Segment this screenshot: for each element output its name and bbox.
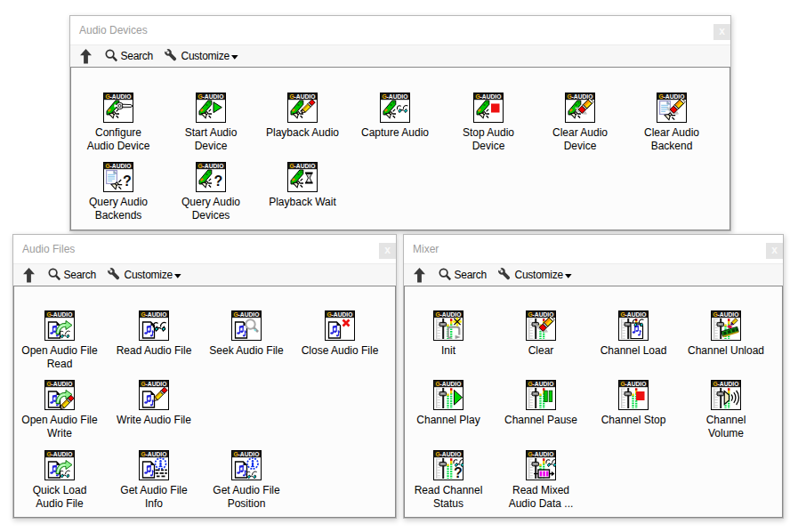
svg-text:G-AUDIO: G-AUDIO — [105, 93, 132, 100]
svg-text:G-AUDIO: G-AUDIO — [713, 381, 739, 387]
svg-text:G-AUDIO: G-AUDIO — [382, 93, 408, 100]
svg-text:G-AUDIO: G-AUDIO — [105, 163, 132, 169]
svg-text:G-AUDIO: G-AUDIO — [46, 451, 73, 457]
svg-text:?: ? — [123, 173, 132, 189]
svg-text:G-AUDIO: G-AUDIO — [141, 311, 167, 318]
svg-text:G-AUDIO: G-AUDIO — [713, 311, 739, 318]
svg-text:G-AUDIO: G-AUDIO — [46, 311, 73, 318]
svg-text:G-AUDIO: G-AUDIO — [326, 311, 353, 318]
svg-text:G-AUDIO: G-AUDIO — [289, 93, 316, 100]
svg-text:G-AUDIO: G-AUDIO — [528, 381, 554, 387]
svg-text:G-AUDIO: G-AUDIO — [289, 163, 316, 169]
svg-text:G-AUDIO: G-AUDIO — [233, 311, 260, 318]
svg-text:G-AUDIO: G-AUDIO — [528, 451, 554, 457]
svg-text:G-AUDIO: G-AUDIO — [233, 451, 260, 457]
svg-text:G-AUDIO: G-AUDIO — [197, 93, 224, 100]
svg-text:G-AUDIO: G-AUDIO — [475, 93, 502, 100]
svg-text:?: ? — [214, 173, 223, 189]
svg-text:G-AUDIO: G-AUDIO — [141, 451, 167, 457]
svg-text:G-AUDIO: G-AUDIO — [435, 451, 462, 457]
svg-text:G-AUDIO: G-AUDIO — [435, 381, 462, 387]
svg-text:G-AUDIO: G-AUDIO — [46, 381, 73, 387]
svg-text:G-AUDIO: G-AUDIO — [620, 311, 647, 318]
svg-text:G-AUDIO: G-AUDIO — [435, 311, 462, 318]
svg-text:G-AUDIO: G-AUDIO — [197, 163, 224, 169]
svg-text:G-AUDIO: G-AUDIO — [620, 381, 647, 387]
svg-text:G-AUDIO: G-AUDIO — [141, 381, 167, 387]
svg-text:?: ? — [454, 465, 463, 480]
